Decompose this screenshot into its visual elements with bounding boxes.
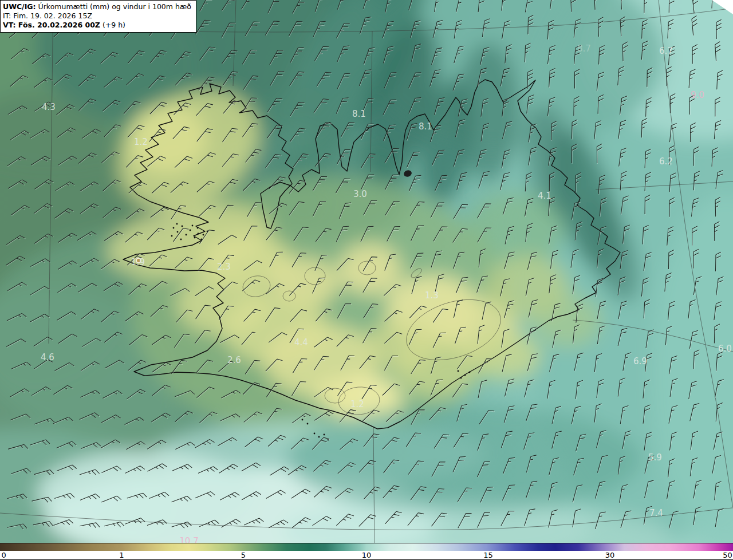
- value-label: 3.0: [353, 189, 367, 199]
- model-id: UWC/IG:: [3, 2, 36, 11]
- value-label: 10.7: [179, 536, 198, 543]
- init-time-line: IT: Fim. 19. 02. 2026 15Z: [3, 11, 191, 21]
- value-label: 6.0: [718, 344, 732, 354]
- valid-time-line: VT: Fös. 20.02.2026 00Z (+9 h): [3, 21, 191, 30]
- value-label: 1.2: [134, 137, 148, 147]
- value-label: 6.2: [659, 156, 673, 167]
- value-label: 1.2: [350, 399, 364, 409]
- colorbar-tick-label: 50: [723, 551, 732, 559]
- map-title-line: UWC/IG: Úrkomumætti (mm) og vindur i 100…: [3, 2, 191, 11]
- product-name: Úrkomumætti (mm) og vindur i 100m hæð: [38, 2, 191, 11]
- colorbar: 01510153050: [0, 543, 733, 560]
- colorbar-tick-label: 1: [119, 551, 124, 559]
- value-label: 1.9: [131, 257, 145, 267]
- value-label: 2.3: [217, 262, 231, 272]
- value-label: 5.9: [648, 452, 662, 463]
- value-label: 8.1: [419, 121, 432, 132]
- colorbar-tick-label: 15: [483, 551, 493, 559]
- value-label: 6.7: [659, 46, 673, 56]
- value-label: 7.4: [649, 508, 663, 518]
- value-label: 4.1: [538, 191, 551, 201]
- value-label: 8.1: [352, 109, 366, 119]
- colorbar-tick-label: 5: [241, 551, 246, 559]
- colorbar-gradient: [0, 543, 733, 551]
- forecast-map-window: 4.38.76.79.08.18.11.26.23.04.11.92.31.34…: [0, 0, 733, 560]
- value-label: 4.3: [42, 102, 56, 112]
- map-title-box: UWC/IG: Úrkomumætti (mm) og vindur i 100…: [0, 0, 196, 33]
- value-label: 8.7: [577, 44, 591, 54]
- colorbar-tick-label: 30: [605, 551, 615, 559]
- colorbar-tick-label: 10: [362, 551, 372, 559]
- valid-time: VT: Fös. 20.02.2026 00Z: [3, 21, 100, 29]
- value-label: 4.4: [294, 337, 308, 348]
- weather-map: 4.38.76.79.08.18.11.26.23.04.11.92.31.34…: [0, 0, 733, 543]
- colorbar-tick-label: 0: [2, 551, 6, 559]
- value-label: 4.6: [41, 352, 54, 362]
- value-label: 1.3: [425, 290, 439, 301]
- value-label: 9.0: [691, 90, 704, 100]
- value-label: 2.6: [227, 355, 241, 365]
- colorbar-labels: 01510153050: [0, 551, 733, 560]
- value-label: 6.9: [633, 356, 647, 366]
- forecast-lead: (+9 h): [103, 21, 125, 29]
